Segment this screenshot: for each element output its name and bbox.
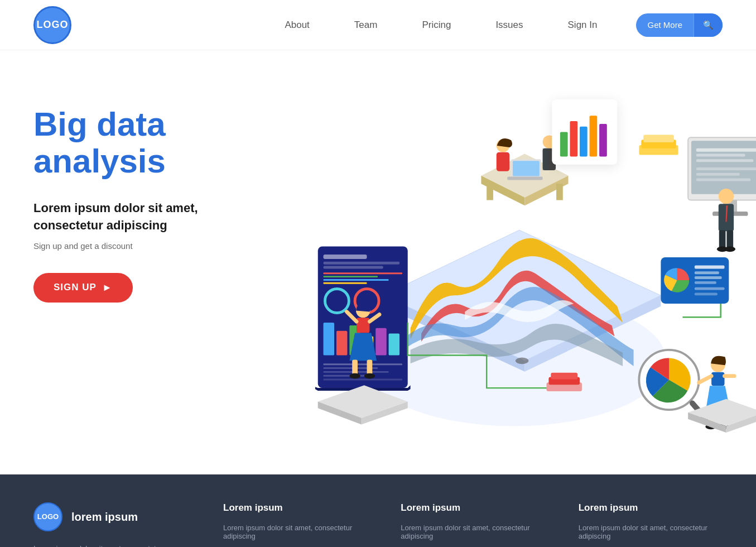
- svg-point-52: [719, 189, 734, 204]
- svg-rect-72: [695, 281, 716, 284]
- svg-rect-5: [324, 266, 383, 269]
- svg-rect-36: [580, 127, 588, 157]
- svg-rect-18: [324, 363, 402, 365]
- svg-rect-29: [497, 152, 509, 171]
- svg-rect-3: [324, 255, 367, 259]
- svg-rect-13: [336, 331, 348, 356]
- svg-point-1: [516, 357, 528, 364]
- svg-rect-21: [324, 375, 367, 377]
- svg-rect-4: [324, 262, 400, 265]
- svg-rect-46: [696, 159, 753, 162]
- hero-caption: Sign up and get a discount: [33, 241, 257, 251]
- footer-logo-icon: LO GO: [33, 502, 62, 531]
- footer-col-2-title: Lorem ipsum: [401, 502, 545, 514]
- svg-line-83: [699, 376, 711, 383]
- nav-signin[interactable]: Sign In: [546, 20, 620, 31]
- svg-rect-56: [726, 230, 733, 249]
- get-more-button[interactable]: Get More 🔍: [636, 13, 723, 37]
- footer-col-1-title: Lorem ipsum: [223, 502, 367, 514]
- svg-rect-38: [599, 124, 607, 157]
- hero-title: Big data analysis: [33, 106, 257, 180]
- svg-rect-24: [556, 184, 563, 200]
- footer: LO GO lorem ipsum Lorem ipsum dolor sit …: [0, 474, 756, 547]
- svg-point-66: [364, 373, 375, 379]
- arrow-icon: ►: [102, 282, 113, 294]
- get-more-label: Get More: [636, 13, 694, 36]
- nav-team[interactable]: Team: [332, 20, 400, 31]
- logo-icon: LO GO: [33, 6, 71, 44]
- svg-rect-49: [696, 179, 751, 181]
- svg-rect-6: [324, 272, 402, 274]
- footer-col-2: Lorem ipsum Lorem ipsum dolor sit amet, …: [401, 502, 545, 547]
- footer-brand-name: lorem ipsum: [71, 511, 138, 524]
- footer-brand-text: Lorem ipsum dolor sit amet, consectetur …: [33, 543, 190, 547]
- signup-button[interactable]: SIGN UP ►: [33, 273, 133, 303]
- footer-logo-wrap: LO GO lorem ipsum: [33, 502, 190, 531]
- footer-col-3-link-1[interactable]: Lorem ipsum dolor sit amet, consectetur …: [579, 524, 723, 540]
- svg-rect-71: [695, 276, 722, 279]
- svg-rect-47: [696, 167, 756, 170]
- illustration-svg: [312, 84, 756, 474]
- hero-section: Big data analysis Lorem ipsum dolor sit …: [0, 50, 756, 474]
- svg-rect-69: [695, 266, 725, 269]
- svg-rect-23: [487, 184, 493, 200]
- svg-rect-7: [324, 276, 378, 277]
- svg-rect-37: [590, 116, 598, 156]
- footer-col-1: Lorem ipsum Lorem ipsum dolor sit amet, …: [223, 502, 367, 547]
- svg-rect-26: [513, 161, 540, 176]
- svg-rect-17: [389, 334, 400, 356]
- svg-rect-22: [324, 379, 402, 381]
- svg-rect-77: [551, 373, 577, 380]
- signup-label: SIGN UP: [54, 282, 97, 293]
- nav-about[interactable]: About: [262, 20, 331, 31]
- svg-rect-34: [560, 132, 568, 157]
- footer-col-2-link-1[interactable]: Lorem ipsum dolor sit amet, consectetur …: [401, 524, 545, 540]
- nav-pricing[interactable]: Pricing: [399, 20, 473, 31]
- svg-rect-48: [696, 173, 740, 176]
- logo[interactable]: LO GO: [33, 6, 71, 44]
- svg-rect-74: [695, 292, 718, 295]
- hero-illustration: [268, 84, 723, 474]
- search-icon[interactable]: 🔍: [694, 13, 723, 37]
- svg-rect-55: [719, 230, 726, 249]
- footer-col-1-link-1[interactable]: Lorem ipsum dolor sit amet, consectetur …: [223, 524, 367, 540]
- hero-text-block: Big data analysis Lorem ipsum dolor sit …: [33, 84, 257, 303]
- svg-rect-27: [507, 177, 542, 180]
- svg-rect-45: [696, 154, 745, 157]
- footer-col-3: Lorem ipsum Lorem ipsum dolor sit amet, …: [579, 502, 723, 547]
- svg-point-58: [725, 246, 736, 252]
- nav-issues[interactable]: Issues: [473, 20, 545, 31]
- svg-rect-16: [375, 328, 387, 356]
- main-nav: About Team Pricing Issues Sign In: [262, 20, 619, 31]
- svg-rect-8: [324, 279, 389, 281]
- hero-subtitle: Lorem ipsum dolor sit amet, consectetur …: [33, 200, 257, 234]
- svg-point-65: [349, 373, 360, 379]
- svg-rect-9: [324, 282, 367, 284]
- footer-col-3-title: Lorem ipsum: [579, 502, 723, 514]
- svg-rect-32: [543, 148, 548, 170]
- svg-rect-35: [570, 121, 577, 156]
- svg-rect-73: [695, 287, 725, 290]
- svg-rect-41: [643, 135, 674, 142]
- svg-rect-44: [696, 148, 756, 152]
- svg-rect-60: [357, 318, 369, 333]
- svg-rect-82: [711, 372, 724, 386]
- svg-rect-70: [695, 271, 719, 274]
- svg-rect-12: [324, 323, 335, 356]
- footer-brand: LO GO lorem ipsum Lorem ipsum dolor sit …: [33, 502, 190, 547]
